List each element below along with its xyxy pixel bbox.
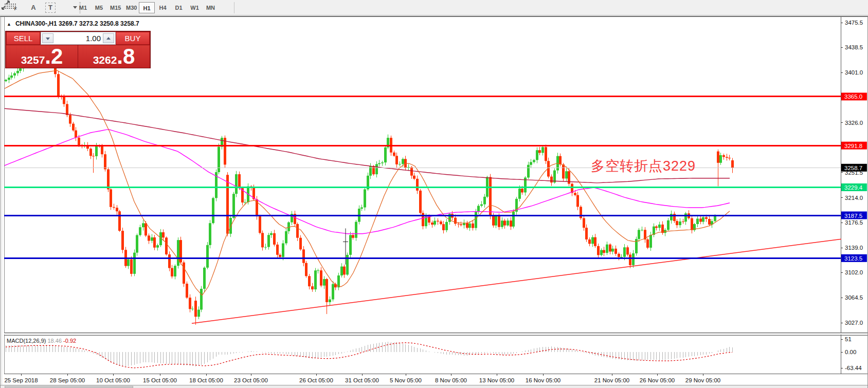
one-click-trading-panel: SELL 1.00 BUY 3257.2 3262.8 bbox=[5, 31, 151, 68]
svg-text:3258.7: 3258.7 bbox=[844, 165, 862, 171]
volume-decrease-button[interactable] bbox=[42, 33, 53, 43]
application-window: F A T M1M5M15M30H1H4D1W1MN ▲CHINA300-,H1… bbox=[0, 0, 868, 388]
timeframe-button-d1[interactable]: D1 bbox=[171, 2, 187, 13]
toolbar: F A T M1M5M15M30H1H4D1W1MN bbox=[0, 0, 868, 15]
timeframe-button-h4[interactable]: H4 bbox=[155, 2, 171, 13]
date-axis-label: 10 Oct 05:00 bbox=[96, 377, 130, 383]
svg-text:3187.5: 3187.5 bbox=[844, 213, 862, 219]
date-axis-label: 26 Nov 05:00 bbox=[640, 377, 675, 383]
toolbar-separator bbox=[234, 2, 234, 13]
date-axis-label: 5 Nov 05:00 bbox=[390, 377, 422, 383]
volume-input[interactable]: 1.00 bbox=[41, 32, 116, 45]
date-axis-label: 15 Oct 05:00 bbox=[143, 377, 177, 383]
date-axis-label: 31 Oct 05:00 bbox=[345, 377, 379, 383]
timeframe-button-m5[interactable]: M5 bbox=[91, 2, 107, 13]
sell-button[interactable]: SELL bbox=[6, 32, 40, 45]
macd-axis-label: 51 bbox=[845, 336, 852, 342]
svg-text:3291.8: 3291.8 bbox=[844, 143, 862, 149]
price-axis-label: 3401.0 bbox=[845, 69, 863, 76]
buy-price-button[interactable]: 3262.8 bbox=[78, 45, 150, 68]
svg-text:3123.5: 3123.5 bbox=[844, 255, 862, 262]
price-axis-label: 3139.0 bbox=[845, 245, 863, 251]
sell-price-button[interactable]: 3257.2 bbox=[6, 45, 78, 68]
date-axis-label: 21 Nov 05:00 bbox=[594, 377, 629, 383]
price-badge-3291.8: 3291.8 bbox=[841, 142, 867, 150]
timeframe-button-m15[interactable]: M15 bbox=[107, 2, 123, 13]
chart-canvas[interactable]: 3475.53438.53401.03326.03251.53214.03176… bbox=[1, 17, 867, 388]
price-badge-3187.5: 3187.5 bbox=[841, 212, 867, 219]
date-axis-label: 29 Nov 05:00 bbox=[685, 377, 720, 383]
macd-axis-label: 0.00 bbox=[845, 349, 856, 355]
date-axis-label: 16 Nov 05:00 bbox=[526, 377, 560, 383]
svg-text:3229.4: 3229.4 bbox=[844, 184, 863, 191]
timeframe-button-mn[interactable]: MN bbox=[203, 2, 219, 13]
price-axis-label: 3176.5 bbox=[845, 219, 863, 226]
price-badge-3365.0: 3365.0 bbox=[841, 93, 867, 100]
text-tool-icon[interactable]: T bbox=[45, 3, 56, 13]
timeframe-button-m30[interactable]: M30 bbox=[123, 2, 139, 13]
chart-annotation-text: 多空转折点3229 bbox=[591, 157, 696, 175]
price-axis-label: 3438.5 bbox=[845, 44, 863, 50]
price-axis-label: 3064.5 bbox=[845, 294, 863, 301]
price-badge-3123.5: 3123.5 bbox=[841, 254, 867, 262]
scrollbar-thumb[interactable] bbox=[5, 386, 133, 388]
volume-value: 1.00 bbox=[86, 34, 101, 43]
timeframe-button-w1[interactable]: W1 bbox=[187, 2, 203, 13]
svg-text:3365.0: 3365.0 bbox=[844, 94, 862, 100]
trendline-object[interactable] bbox=[192, 239, 841, 323]
date-axis-label: 18 Oct 05:00 bbox=[189, 377, 223, 383]
timeframe-button-h1[interactable]: H1 bbox=[139, 2, 155, 13]
fibonacci-tool-icon[interactable]: F bbox=[4, 3, 16, 13]
date-axis-label: 26 Oct 05:00 bbox=[299, 377, 333, 383]
date-axis-label: 13 Nov 05:00 bbox=[479, 377, 514, 383]
price-axis: 3475.53438.53401.03326.03251.53214.03176… bbox=[841, 20, 867, 371]
price-badge-3258.7: 3258.7 bbox=[841, 164, 867, 172]
date-axis: 25 Sep 201828 Sep 05:0010 Oct 05:0015 Oc… bbox=[4, 374, 720, 383]
buy-button[interactable]: BUY bbox=[116, 32, 150, 45]
price-axis-label: 3214.0 bbox=[845, 195, 863, 201]
volume-increase-button[interactable] bbox=[103, 33, 114, 43]
date-axis-label: 23 Oct 05:00 bbox=[234, 377, 268, 383]
timeframe-button-m1[interactable]: M1 bbox=[75, 2, 91, 13]
text-label-tool-icon[interactable]: A bbox=[27, 2, 40, 14]
horizontal-scrollbar bbox=[1, 385, 867, 388]
macd-signal-line bbox=[6, 343, 732, 368]
price-axis-label: 3027.0 bbox=[845, 320, 863, 326]
price-axis-label: 3475.5 bbox=[845, 20, 863, 26]
chart-window[interactable]: ▲CHINA300-,H1 3269.7 3273.2 3250.8 3258.… bbox=[0, 16, 868, 388]
date-axis-label: 28 Sep 05:00 bbox=[50, 377, 85, 383]
date-axis-label: 25 Sep 2018 bbox=[4, 377, 38, 383]
price-badge-3229.4: 3229.4 bbox=[841, 183, 867, 191]
price-axis-label: 3326.0 bbox=[845, 120, 863, 126]
macd-indicator-label: MACD(12,26,9) 18.46 -0.92 bbox=[7, 338, 76, 344]
macd-axis-label: -63.44 bbox=[845, 365, 862, 371]
date-axis-label: 8 Nov 05:00 bbox=[435, 377, 467, 383]
macd-histogram bbox=[6, 342, 733, 366]
price-axis-label: 3102.0 bbox=[845, 269, 863, 275]
